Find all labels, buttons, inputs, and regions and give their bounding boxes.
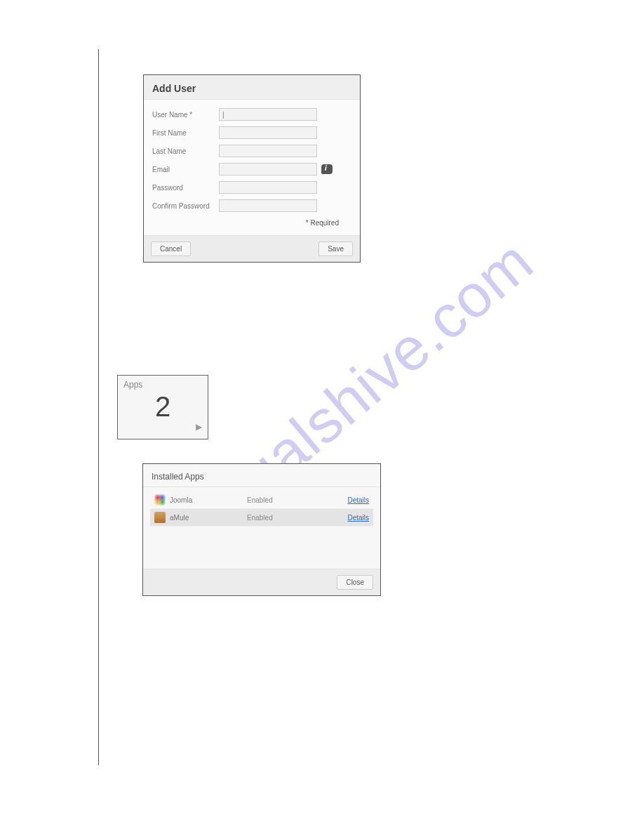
row-firstname: First Name — [152, 124, 351, 142]
cancel-button[interactable]: Cancel — [151, 241, 191, 256]
label-lastname: Last Name — [152, 147, 219, 155]
row-username: User Name * — [152, 105, 351, 124]
installed-apps-dialog: Installed Apps Joomla Enabled Details aM… — [142, 463, 381, 596]
installed-apps-title: Installed Apps — [143, 464, 380, 487]
label-password: Password — [152, 184, 219, 192]
app-name: aMule — [170, 514, 247, 522]
app-name: Joomla — [170, 496, 247, 504]
info-icon[interactable] — [321, 164, 333, 174]
input-lastname[interactable] — [219, 145, 317, 157]
input-email[interactable] — [219, 163, 317, 176]
amule-icon — [154, 512, 166, 523]
input-password[interactable] — [219, 181, 317, 194]
app-status: Enabled — [247, 514, 347, 522]
add-user-footer: Cancel Save — [144, 235, 360, 262]
joomla-icon — [154, 494, 166, 505]
app-details-link[interactable]: Details — [347, 514, 369, 522]
app-status: Enabled — [247, 496, 347, 504]
close-button[interactable]: Close — [337, 575, 373, 590]
app-details-link[interactable]: Details — [347, 496, 369, 504]
add-user-body: User Name * First Name Last Name Email P… — [144, 100, 360, 235]
label-confirm: Confirm Password — [152, 202, 219, 210]
input-username[interactable] — [219, 108, 317, 121]
page-border: manualshive.com Add User User Name * Fir… — [98, 49, 561, 765]
add-user-title: Add User — [144, 75, 360, 100]
apps-tile-title: Apps — [123, 380, 202, 390]
app-row: Joomla Enabled Details — [150, 491, 373, 509]
input-confirm[interactable] — [219, 199, 317, 212]
apps-tile[interactable]: Apps 2 ▶ — [117, 375, 208, 439]
installed-apps-footer: Close — [143, 569, 380, 595]
row-password: Password — [152, 178, 351, 197]
row-email: Email — [152, 160, 351, 178]
label-username: User Name * — [152, 111, 219, 119]
row-confirm: Confirm Password — [152, 197, 351, 215]
apps-tile-arrow-icon: ▶ — [123, 422, 202, 432]
label-firstname: First Name — [152, 129, 219, 137]
add-user-dialog: Add User User Name * First Name Last Nam… — [143, 74, 361, 263]
input-firstname[interactable] — [219, 126, 317, 139]
required-note: * Required — [152, 215, 351, 232]
apps-tile-count: 2 — [123, 391, 202, 422]
app-row: aMule Enabled Details — [150, 509, 373, 527]
row-lastname: Last Name — [152, 142, 351, 160]
installed-apps-body: Joomla Enabled Details aMule Enabled Det… — [143, 487, 380, 569]
label-email: Email — [152, 166, 219, 173]
save-button[interactable]: Save — [318, 241, 353, 256]
